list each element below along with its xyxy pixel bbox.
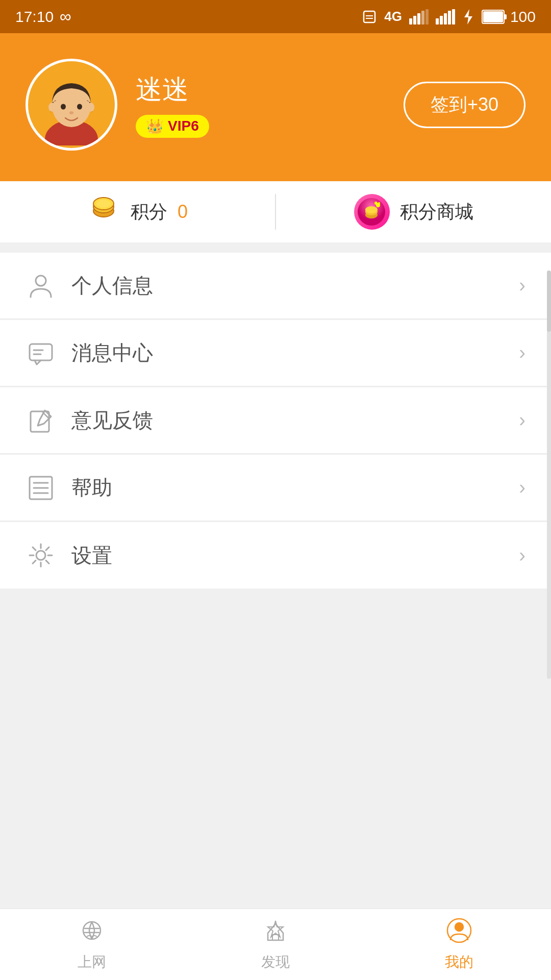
svg-point-29: [96, 200, 111, 208]
shop-icon: [354, 194, 390, 230]
nav-item-discover[interactable]: 发现: [184, 909, 367, 980]
edit-icon: [26, 405, 56, 436]
points-bar: 积分 0 积分商城: [0, 181, 551, 242]
profile-info: 迷迷 👑 VIP6: [136, 72, 209, 138]
discover-icon: [263, 918, 288, 948]
svg-rect-12: [452, 9, 455, 24]
svg-point-35: [374, 202, 378, 205]
svg-rect-16: [504, 14, 507, 19]
mine-icon: [446, 918, 472, 948]
coins-icon: [87, 192, 120, 232]
network-type: 4G: [384, 9, 402, 24]
scrollbar-thumb[interactable]: [547, 271, 551, 332]
svg-point-52: [455, 923, 463, 931]
checkin-button[interactable]: 签到+30: [404, 82, 525, 128]
battery-level: 100: [510, 8, 536, 26]
discover-label: 发现: [261, 952, 290, 972]
svg-rect-1: [366, 15, 373, 16]
svg-rect-38: [30, 344, 52, 360]
personal-info-label: 个人信息: [71, 272, 519, 300]
feedback-label: 意见反馈: [71, 406, 519, 434]
shop-label: 积分商城: [400, 200, 473, 225]
arrow-icon-3: ›: [519, 409, 525, 431]
svg-point-33: [365, 206, 378, 213]
charging-icon: [462, 9, 474, 24]
settings-icon: [26, 540, 56, 571]
signal-icon: [409, 9, 429, 24]
scrollbar-track: [547, 271, 551, 679]
bottom-nav: 上网 发现 我的: [0, 909, 551, 980]
svg-point-23: [69, 111, 73, 114]
profile-header: 迷迷 👑 VIP6 签到+30: [0, 33, 551, 181]
svg-marker-13: [464, 9, 472, 24]
nav-item-internet[interactable]: 上网: [0, 909, 184, 980]
svg-rect-6: [421, 11, 424, 24]
status-bar: 17:10 ∞ 4G: [0, 0, 551, 33]
svg-rect-8: [436, 18, 439, 24]
points-label: 积分: [131, 200, 167, 225]
svg-rect-11: [448, 11, 451, 24]
vip-level: VIP6: [168, 118, 199, 134]
arrow-icon-5: ›: [519, 545, 525, 567]
help-icon: [26, 473, 56, 503]
avatar: [26, 59, 117, 151]
menu-item-settings[interactable]: 设置 ›: [0, 522, 551, 589]
svg-point-21: [61, 104, 66, 110]
points-section[interactable]: 积分 0: [0, 181, 275, 242]
svg-rect-3: [409, 18, 412, 24]
mine-label: 我的: [445, 952, 473, 972]
svg-point-22: [77, 104, 82, 110]
svg-rect-9: [440, 16, 443, 24]
signal2-icon: [436, 9, 455, 24]
section-gap-1: [0, 242, 551, 253]
svg-point-36: [378, 202, 380, 204]
svg-rect-0: [364, 11, 375, 22]
infinity-icon: ∞: [60, 7, 71, 26]
arrow-icon-2: ›: [519, 342, 525, 364]
svg-point-25: [87, 103, 94, 112]
svg-rect-7: [425, 9, 429, 24]
message-icon: [26, 338, 56, 369]
svg-rect-15: [483, 11, 503, 22]
internet-label: 上网: [78, 952, 106, 972]
svg-rect-5: [417, 13, 420, 24]
svg-point-47: [36, 551, 45, 560]
svg-point-24: [48, 103, 56, 112]
profile-left: 迷迷 👑 VIP6: [26, 59, 209, 151]
internet-icon: [79, 918, 105, 948]
sim-icon: [362, 9, 377, 24]
arrow-icon-1: ›: [519, 275, 525, 297]
username: 迷迷: [136, 72, 209, 108]
settings-label: 设置: [71, 542, 519, 570]
arrow-icon-4: ›: [519, 477, 525, 499]
nav-item-mine[interactable]: 我的: [367, 909, 551, 980]
menu-item-message-center[interactable]: 消息中心 ›: [0, 320, 551, 386]
vip-badge: 👑 VIP6: [136, 115, 209, 138]
menu-item-help[interactable]: 帮助 ›: [0, 455, 551, 521]
svg-rect-10: [444, 13, 447, 24]
menu-item-feedback[interactable]: 意见反馈 ›: [0, 387, 551, 454]
status-left: 17:10 ∞: [15, 7, 71, 26]
help-label: 帮助: [71, 474, 519, 502]
status-right: 4G 100: [362, 8, 536, 26]
shop-section[interactable]: 积分商城: [276, 181, 551, 242]
battery-display: 100: [482, 8, 536, 26]
points-value: 0: [178, 201, 188, 223]
menu-item-personal-info[interactable]: 个人信息 ›: [0, 253, 551, 319]
svg-rect-4: [413, 16, 416, 24]
person-icon: [26, 271, 56, 301]
crown-icon: 👑: [146, 118, 164, 135]
time-display: 17:10: [15, 8, 54, 26]
message-center-label: 消息中心: [71, 339, 519, 367]
svg-rect-2: [366, 18, 373, 19]
menu-list: 个人信息 › 消息中心 › 意见反馈 ›: [0, 253, 551, 589]
svg-point-37: [36, 276, 46, 286]
